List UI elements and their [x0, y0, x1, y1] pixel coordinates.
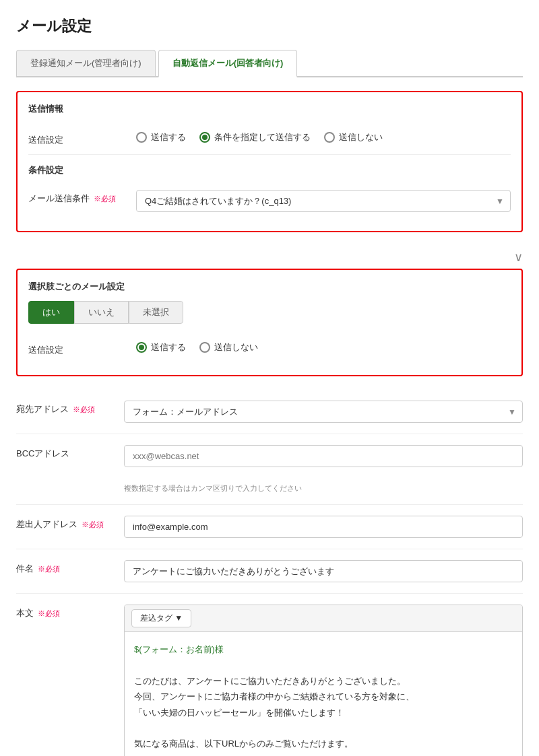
choice-send-label: 送信設定: [28, 341, 136, 356]
from-row: 差出人アドレス ※必須: [16, 505, 523, 549]
radio-nosend[interactable]: 送信しない: [324, 131, 383, 143]
merge-tag-button[interactable]: 差込タグ ▼: [131, 609, 191, 627]
body-area: 差込タグ ▼ $(フォーム：お名前)様 このたびは、アンケートにご協力いただきあ…: [124, 605, 523, 756]
choice-send-options: 送信する 送信しない: [136, 341, 511, 353]
choice-tab-unselected[interactable]: 未選択: [129, 301, 183, 324]
bcc-row: BCCアドレス 複数指定する場合はカンマ区切りで入力してください: [16, 434, 523, 505]
body-label: 本文 ※必須: [16, 605, 124, 619]
condition-section-title: 条件設定: [28, 164, 511, 176]
address-select-outer: フォーム：メールアドレス ▼: [124, 401, 523, 423]
condition-select-wrapper: Q4ご結婚はされていますか？(c_q13) ▼: [136, 190, 511, 212]
tab-auto[interactable]: 自動返信メール(回答者向け): [158, 50, 298, 77]
choice-radio-label-nosend: 送信しない: [214, 341, 258, 353]
tab-admin[interactable]: 登録通知メール(管理者向け): [16, 50, 156, 76]
choice-section-title: 選択肢ごとのメール設定: [28, 281, 511, 293]
send-options: 送信する 条件を指定して送信する 送信しない: [136, 131, 511, 143]
chevron-down-icon: ∨: [514, 250, 523, 265]
condition-select-wrapper-outer: Q4ご結婚はされていますか？(c_q13) ▼: [136, 190, 511, 212]
address-select-wrapper: フォーム：メールアドレス ▼: [124, 401, 523, 423]
send-info-section: 送信情報 送信設定 送信する 条件を指定して送信する 送信しない 条件設: [16, 91, 523, 232]
body-toolbar: 差込タグ ▼: [125, 605, 522, 632]
required-badge-body: ※必須: [38, 609, 60, 619]
mail-condition-row: メール送信条件 ※必須 Q4ご結婚はされていますか？(c_q13) ▼: [28, 182, 511, 220]
radio-send[interactable]: 送信する: [136, 131, 186, 143]
radio-label-conditional: 条件を指定して送信する: [214, 131, 311, 143]
radio-circle-send: [136, 132, 147, 143]
choice-radio-send[interactable]: 送信する: [136, 341, 186, 353]
body-line5: 「いい夫婦の日ハッピーセール」を開催いたします！: [134, 705, 513, 720]
send-setting-row: 送信設定 送信する 条件を指定して送信する 送信しない: [28, 123, 511, 155]
address-select[interactable]: フォーム：メールアドレス: [124, 401, 523, 423]
body-line4: 今回、アンケートにご協力者様の中からご結婚されている方を対象に、: [134, 689, 513, 704]
choice-section: 選択肢ごとのメール設定 はい いいえ 未選択 送信設定 送信する 送信しない: [16, 269, 523, 376]
from-input[interactable]: [124, 516, 523, 538]
subject-row: 件名 ※必須: [16, 549, 523, 594]
address-label: 宛先アドレス ※必須: [16, 401, 124, 415]
required-badge-subject: ※必須: [38, 564, 60, 574]
condition-select[interactable]: Q4ご結婚はされていますか？(c_q13): [136, 190, 511, 212]
from-label: 差出人アドレス ※必須: [16, 516, 124, 530]
send-info-title: 送信情報: [28, 103, 511, 115]
required-badge-address: ※必須: [73, 405, 95, 415]
radio-label-nosend: 送信しない: [339, 131, 383, 143]
bcc-hint: 複数指定する場合はカンマ区切りで入力してください: [124, 483, 302, 493]
bcc-field-group: 複数指定する場合はカンマ区切りで入力してください: [124, 445, 523, 493]
subject-input-wrapper: [124, 560, 523, 582]
subject-label: 件名 ※必須: [16, 560, 124, 575]
radio-label-send: 送信する: [151, 131, 186, 143]
bcc-input[interactable]: [124, 445, 523, 467]
page-title: メール設定: [16, 16, 523, 36]
radio-conditional[interactable]: 条件を指定して送信する: [199, 131, 311, 143]
choice-tab-yes[interactable]: はい: [28, 301, 74, 324]
choice-radio-circle-send: [136, 342, 147, 353]
send-setting-label: 送信設定: [28, 131, 136, 146]
choice-tabs: はい いいえ 未選択: [28, 301, 511, 324]
body-content[interactable]: $(フォーム：お名前)様 このたびは、アンケートにご協力いただきありがとうござい…: [125, 632, 522, 756]
choice-send-setting-row: 送信設定 送信する 送信しない: [28, 333, 511, 364]
choice-tab-no[interactable]: いいえ: [74, 301, 129, 324]
body-row: 本文 ※必須 差込タグ ▼ $(フォーム：お名前)様 このたびは、アンケートにご…: [16, 594, 523, 756]
tab-bar: 登録通知メール(管理者向け) 自動返信メール(回答者向け): [16, 50, 523, 77]
subject-input[interactable]: [124, 560, 523, 582]
body-line7: 気になる商品は、以下URLからのみご覧いただけます。: [134, 736, 513, 751]
address-row: 宛先アドレス ※必須 フォーム：メールアドレス ▼: [16, 390, 523, 434]
required-badge-from: ※必須: [82, 520, 104, 530]
form-fields: 宛先アドレス ※必須 フォーム：メールアドレス ▼ BCCアドレス 複数指定する…: [16, 390, 523, 756]
body-line3: このたびは、アンケートにご協力いただきありがとうございました。: [134, 673, 513, 689]
choice-radio-nosend[interactable]: 送信しない: [199, 341, 258, 353]
merge-tag-label: 差込タグ ▼: [140, 613, 183, 624]
body-line1: $(フォーム：お名前)様: [134, 644, 224, 654]
required-badge-condition: ※必須: [94, 194, 116, 204]
collapse-row[interactable]: ∨: [16, 246, 523, 269]
page-container: メール設定 登録通知メール(管理者向け) 自動返信メール(回答者向け) 送信情報…: [0, 0, 539, 756]
body-editor-wrapper: 差込タグ ▼ $(フォーム：お名前)様 このたびは、アンケートにご協力いただきあ…: [124, 605, 523, 756]
choice-radio-label-send: 送信する: [151, 341, 186, 353]
from-input-wrapper: [124, 516, 523, 538]
mail-condition-label: メール送信条件 ※必須: [28, 190, 136, 205]
choice-radio-circle-nosend: [199, 342, 210, 353]
radio-circle-nosend: [324, 132, 335, 143]
radio-circle-conditional: [199, 132, 210, 143]
bcc-label: BCCアドレス: [16, 445, 124, 460]
